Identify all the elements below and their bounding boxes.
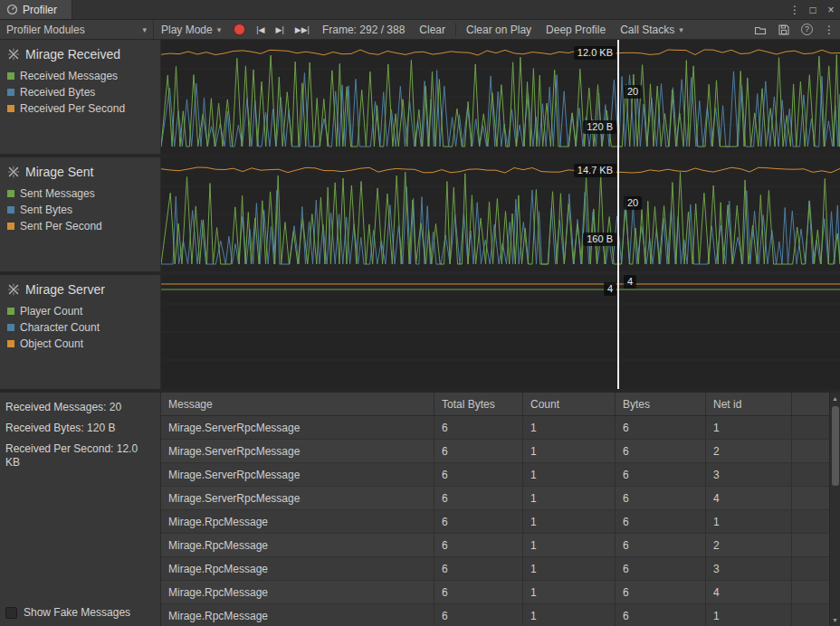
- table-cell: 1: [706, 510, 792, 533]
- table-cell: Mirage.RpcMessage: [161, 604, 434, 626]
- legend-item[interactable]: Sent Bytes: [7, 204, 153, 216]
- save-profile-icon[interactable]: [772, 20, 796, 39]
- play-mode-dropdown[interactable]: Play Mode ▾: [154, 20, 228, 39]
- column-header[interactable]: Message: [161, 393, 434, 415]
- toolbar-menu-icon[interactable]: ⋮: [818, 20, 840, 39]
- legend-item[interactable]: Player Count: [7, 305, 153, 318]
- profiler-module: Mirage Sent Sent MessagesSent BytesSent …: [0, 157, 840, 271]
- legend-item[interactable]: Received Per Second: [7, 102, 153, 115]
- frame-counter: Frame: 292 / 388: [315, 20, 412, 39]
- legend-item[interactable]: Received Messages: [7, 70, 153, 82]
- window-title: Profiler: [23, 4, 57, 16]
- window-menu-icon[interactable]: ⋮: [786, 0, 804, 19]
- table-row[interactable]: Mirage.ServerRpcMessage6163: [161, 463, 829, 487]
- chart-value-label: 12.0 KB: [574, 46, 616, 60]
- table-cell: 6: [616, 557, 706, 580]
- mirage-icon: [7, 283, 20, 296]
- scroll-down-icon[interactable]: ▼: [832, 614, 838, 626]
- table-cell: 6: [616, 581, 706, 603]
- legend-item[interactable]: Character Count: [7, 321, 153, 334]
- module-sidebar[interactable]: Mirage Server Player CountCharacter Coun…: [0, 275, 161, 389]
- table-row[interactable]: Mirage.ServerRpcMessage6164: [161, 487, 829, 510]
- column-header[interactable]: Count: [523, 393, 616, 415]
- profiler-modules-dropdown[interactable]: Profiler Modules ▾: [0, 20, 154, 39]
- module-chart[interactable]: 44: [161, 275, 840, 389]
- table-cell: 1: [523, 534, 616, 556]
- table-cell: 1: [523, 510, 616, 533]
- legend-item[interactable]: Sent Per Second: [7, 220, 153, 232]
- table-row[interactable]: Mirage.RpcMessage6164: [161, 581, 829, 604]
- current-frame-button[interactable]: ▶▶|: [290, 20, 315, 39]
- load-profile-icon[interactable]: [749, 20, 772, 39]
- show-fake-messages-row[interactable]: Show Fake Messages: [5, 606, 130, 619]
- table-header: MessageTotal BytesCountBytesNet id: [161, 393, 829, 416]
- window-close-icon[interactable]: ×: [822, 0, 840, 19]
- module-chart[interactable]: 12.0 KB20120 B: [161, 40, 840, 154]
- legend-swatch: [7, 340, 14, 347]
- scroll-up-icon[interactable]: ▲: [832, 393, 838, 404]
- chart-value-label: 20: [624, 196, 642, 210]
- legend-label: Received Messages: [20, 70, 118, 82]
- clear-on-play-toggle[interactable]: Clear on Play: [459, 20, 539, 39]
- clear-button[interactable]: Clear: [412, 20, 453, 39]
- table-cell-filler: [792, 581, 829, 603]
- chevron-down-icon: ▾: [679, 25, 683, 34]
- profiler-module: Mirage Received Received MessagesReceive…: [0, 40, 840, 154]
- legend-swatch: [7, 190, 14, 197]
- first-frame-button[interactable]: |◀: [251, 20, 270, 39]
- legend-item[interactable]: Object Count: [7, 337, 153, 350]
- show-fake-messages-checkbox[interactable]: [5, 607, 17, 619]
- column-header[interactable]: Bytes: [616, 393, 706, 415]
- module-sidebar[interactable]: Mirage Received Received MessagesReceive…: [0, 40, 161, 154]
- deep-profile-toggle[interactable]: Deep Profile: [539, 20, 613, 39]
- chart-value-label: 160 B: [583, 232, 616, 246]
- scroll-thumb[interactable]: [832, 406, 839, 486]
- table-cell: 1: [523, 463, 616, 486]
- legend-label: Received Per Second: [20, 102, 125, 115]
- table-cell-filler: [792, 487, 829, 509]
- module-chart[interactable]: 14.7 KB20160 B: [161, 157, 840, 271]
- titlebar-spacer: [72, 0, 786, 19]
- table-cell: Mirage.RpcMessage: [161, 534, 434, 556]
- next-frame-button[interactable]: ▶|: [271, 20, 290, 39]
- table-row[interactable]: Mirage.ServerRpcMessage6161: [161, 416, 829, 440]
- table-cell: Mirage.ServerRpcMessage: [161, 440, 434, 462]
- chart-value-label: 20: [624, 85, 642, 99]
- table-row[interactable]: Mirage.RpcMessage6161: [161, 604, 829, 626]
- column-header[interactable]: Net id: [706, 393, 792, 415]
- chart-plot: [161, 157, 840, 271]
- table-row[interactable]: Mirage.ServerRpcMessage6162: [161, 440, 829, 463]
- mirage-icon: [7, 166, 20, 178]
- column-header[interactable]: Total Bytes: [434, 393, 523, 415]
- help-icon[interactable]: ?: [796, 20, 818, 39]
- profiler-tab[interactable]: Profiler: [0, 0, 72, 19]
- legend-item[interactable]: Sent Messages: [7, 187, 153, 200]
- vertical-scrollbar[interactable]: ▲ ▼: [829, 393, 840, 626]
- call-stacks-dropdown[interactable]: Call Stacks ▾: [613, 20, 691, 39]
- chart-value-label: 4: [604, 282, 616, 296]
- profiler-module: Mirage Server Player CountCharacter Coun…: [0, 275, 840, 389]
- chevron-down-icon: ▾: [142, 25, 147, 34]
- table-cell: 6: [434, 487, 523, 509]
- module-title: Mirage Received: [7, 47, 153, 62]
- table-cell: 6: [616, 487, 706, 509]
- table-row[interactable]: Mirage.RpcMessage6161: [161, 510, 829, 534]
- table-cell-filler: [792, 534, 829, 556]
- show-fake-messages-label: Show Fake Messages: [24, 606, 130, 619]
- chart-plot: [161, 40, 840, 154]
- table-row[interactable]: Mirage.RpcMessage6162: [161, 534, 829, 557]
- module-sidebar[interactable]: Mirage Sent Sent MessagesSent BytesSent …: [0, 157, 161, 271]
- module-title: Mirage Sent: [7, 165, 153, 179]
- legend-item[interactable]: Received Bytes: [7, 86, 153, 99]
- legend-label: Received Bytes: [20, 86, 95, 99]
- module-title-label: Mirage Server: [25, 282, 105, 297]
- stats-panel: Received Messages: 20 Received Bytes: 12…: [0, 393, 161, 626]
- record-button[interactable]: [228, 20, 251, 39]
- table-cell: 6: [616, 416, 706, 439]
- table-cell: 6: [434, 463, 523, 486]
- table-row[interactable]: Mirage.RpcMessage6163: [161, 557, 829, 581]
- table-cell: 6: [434, 440, 523, 462]
- window-maximize-icon[interactable]: □: [804, 0, 822, 19]
- table-cell: 6: [616, 534, 706, 556]
- current-frame-line[interactable]: [617, 40, 619, 389]
